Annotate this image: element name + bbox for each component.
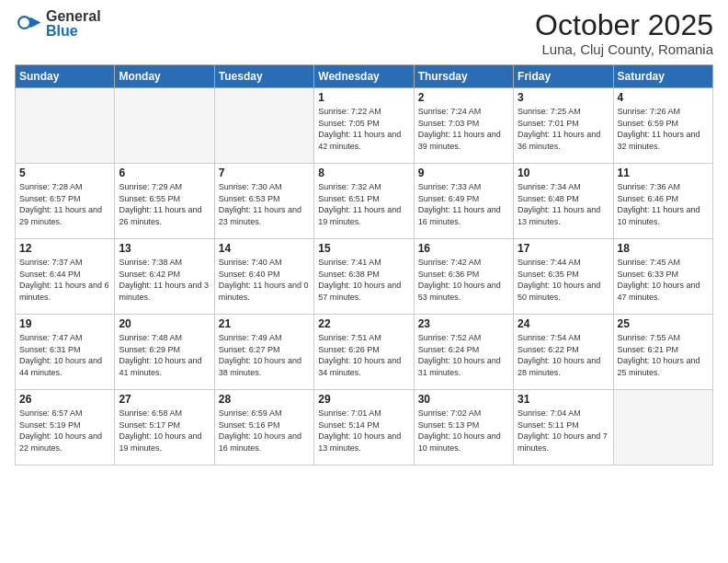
day-info: Sunrise: 7:42 AMSunset: 6:36 PMDaylight:…	[418, 257, 509, 303]
header-monday: Monday	[115, 65, 214, 88]
calendar-cell: 17Sunrise: 7:44 AMSunset: 6:35 PMDayligh…	[514, 239, 613, 315]
day-info: Sunrise: 7:30 AMSunset: 6:53 PMDaylight:…	[219, 181, 310, 227]
day-number: 10	[518, 167, 609, 179]
header-sunday: Sunday	[16, 65, 115, 88]
day-info: Sunrise: 7:29 AMSunset: 6:55 PMDaylight:…	[119, 181, 210, 227]
day-info: Sunrise: 7:34 AMSunset: 6:48 PMDaylight:…	[518, 181, 609, 227]
calendar-cell: 14Sunrise: 7:40 AMSunset: 6:40 PMDayligh…	[214, 239, 313, 315]
header-wednesday: Wednesday	[314, 65, 414, 88]
day-number: 9	[418, 167, 509, 179]
calendar-cell	[115, 88, 214, 164]
day-number: 4	[618, 91, 709, 104]
day-info: Sunrise: 7:04 AMSunset: 5:11 PMDaylight:…	[518, 408, 609, 454]
calendar-cell: 31Sunrise: 7:04 AMSunset: 5:11 PMDayligh…	[514, 390, 613, 465]
day-number: 7	[219, 167, 310, 179]
calendar-cell: 22Sunrise: 7:51 AMSunset: 6:26 PMDayligh…	[314, 315, 414, 390]
day-number: 20	[119, 317, 210, 330]
calendar-cell: 10Sunrise: 7:34 AMSunset: 6:48 PMDayligh…	[514, 164, 613, 239]
calendar-cell: 3Sunrise: 7:25 AMSunset: 7:01 PMDaylight…	[514, 88, 613, 164]
calendar-week-0: 1Sunrise: 7:22 AMSunset: 7:05 PMDaylight…	[16, 88, 713, 164]
calendar-cell: 18Sunrise: 7:45 AMSunset: 6:33 PMDayligh…	[613, 239, 712, 315]
calendar-week-4: 26Sunrise: 6:57 AMSunset: 5:19 PMDayligh…	[16, 390, 713, 465]
day-number: 21	[219, 317, 310, 330]
day-number: 11	[618, 167, 709, 179]
calendar-cell: 20Sunrise: 7:48 AMSunset: 6:29 PMDayligh…	[115, 315, 214, 390]
day-info: Sunrise: 7:28 AMSunset: 6:57 PMDaylight:…	[19, 181, 110, 227]
calendar-cell: 6Sunrise: 7:29 AMSunset: 6:55 PMDaylight…	[115, 164, 214, 239]
day-info: Sunrise: 7:36 AMSunset: 6:46 PMDaylight:…	[618, 181, 709, 227]
day-number: 25	[618, 317, 709, 330]
day-info: Sunrise: 7:32 AMSunset: 6:51 PMDaylight:…	[318, 181, 409, 227]
day-number: 29	[318, 393, 409, 406]
calendar-cell: 26Sunrise: 6:57 AMSunset: 5:19 PMDayligh…	[16, 390, 115, 465]
day-info: Sunrise: 7:37 AMSunset: 6:44 PMDaylight:…	[19, 257, 110, 303]
days-header-row: Sunday Monday Tuesday Wednesday Thursday…	[16, 65, 713, 88]
day-number: 30	[418, 393, 509, 406]
calendar-cell: 5Sunrise: 7:28 AMSunset: 6:57 PMDaylight…	[16, 164, 115, 239]
calendar-title: October 2025	[535, 9, 713, 41]
day-number: 14	[219, 242, 310, 255]
calendar-cell: 24Sunrise: 7:54 AMSunset: 6:22 PMDayligh…	[514, 315, 613, 390]
header: General Blue October 2025 Luna, Cluj Cou…	[15, 9, 713, 57]
day-number: 3	[518, 91, 609, 104]
calendar-cell: 8Sunrise: 7:32 AMSunset: 6:51 PMDaylight…	[314, 164, 414, 239]
day-number: 26	[19, 393, 110, 406]
calendar-cell	[613, 390, 712, 465]
logo-icon	[15, 10, 42, 38]
day-info: Sunrise: 7:54 AMSunset: 6:22 PMDaylight:…	[518, 332, 609, 378]
logo: General Blue	[15, 9, 101, 39]
header-tuesday: Tuesday	[214, 65, 313, 88]
day-info: Sunrise: 7:38 AMSunset: 6:42 PMDaylight:…	[119, 257, 210, 303]
day-info: Sunrise: 7:52 AMSunset: 6:24 PMDaylight:…	[418, 332, 509, 378]
calendar-cell: 1Sunrise: 7:22 AMSunset: 7:05 PMDaylight…	[314, 88, 414, 164]
day-info: Sunrise: 7:55 AMSunset: 6:21 PMDaylight:…	[618, 332, 709, 378]
day-number: 6	[119, 167, 210, 179]
day-info: Sunrise: 6:59 AMSunset: 5:16 PMDaylight:…	[219, 408, 310, 454]
header-saturday: Saturday	[613, 65, 712, 88]
day-info: Sunrise: 7:41 AMSunset: 6:38 PMDaylight:…	[318, 257, 409, 303]
day-number: 27	[119, 393, 210, 406]
day-info: Sunrise: 7:45 AMSunset: 6:33 PMDaylight:…	[618, 257, 709, 303]
day-info: Sunrise: 7:33 AMSunset: 6:49 PMDaylight:…	[418, 181, 509, 227]
day-info: Sunrise: 7:48 AMSunset: 6:29 PMDaylight:…	[119, 332, 210, 378]
calendar-week-2: 12Sunrise: 7:37 AMSunset: 6:44 PMDayligh…	[16, 239, 713, 315]
calendar-cell: 21Sunrise: 7:49 AMSunset: 6:27 PMDayligh…	[214, 315, 313, 390]
calendar-cell	[16, 88, 115, 164]
logo-text: General Blue	[46, 9, 101, 39]
calendar-cell: 12Sunrise: 7:37 AMSunset: 6:44 PMDayligh…	[16, 239, 115, 315]
calendar-cell: 15Sunrise: 7:41 AMSunset: 6:38 PMDayligh…	[314, 239, 414, 315]
day-info: Sunrise: 7:47 AMSunset: 6:31 PMDaylight:…	[19, 332, 110, 378]
day-info: Sunrise: 6:57 AMSunset: 5:19 PMDaylight:…	[19, 408, 110, 454]
day-info: Sunrise: 7:49 AMSunset: 6:27 PMDaylight:…	[219, 332, 310, 378]
header-friday: Friday	[514, 65, 613, 88]
day-info: Sunrise: 7:22 AMSunset: 7:05 PMDaylight:…	[318, 106, 409, 152]
calendar-cell: 30Sunrise: 7:02 AMSunset: 5:13 PMDayligh…	[414, 390, 513, 465]
day-number: 24	[518, 317, 609, 330]
day-number: 23	[418, 317, 509, 330]
day-info: Sunrise: 7:51 AMSunset: 6:26 PMDaylight:…	[318, 332, 409, 378]
title-block: October 2025 Luna, Cluj County, Romania	[535, 9, 713, 57]
calendar-week-3: 19Sunrise: 7:47 AMSunset: 6:31 PMDayligh…	[16, 315, 713, 390]
day-info: Sunrise: 7:01 AMSunset: 5:14 PMDaylight:…	[318, 408, 409, 454]
calendar-cell: 4Sunrise: 7:26 AMSunset: 6:59 PMDaylight…	[613, 88, 712, 164]
calendar-cell: 25Sunrise: 7:55 AMSunset: 6:21 PMDayligh…	[613, 315, 712, 390]
svg-point-1	[19, 17, 29, 28]
calendar-cell: 2Sunrise: 7:24 AMSunset: 7:03 PMDaylight…	[414, 88, 513, 164]
calendar-subtitle: Luna, Cluj County, Romania	[535, 41, 713, 57]
calendar-cell: 19Sunrise: 7:47 AMSunset: 6:31 PMDayligh…	[16, 315, 115, 390]
day-number: 5	[19, 167, 110, 179]
day-number: 2	[418, 91, 509, 104]
day-number: 17	[518, 242, 609, 255]
calendar-table: Sunday Monday Tuesday Wednesday Thursday…	[15, 64, 713, 465]
day-info: Sunrise: 7:25 AMSunset: 7:01 PMDaylight:…	[518, 106, 609, 152]
day-number: 16	[418, 242, 509, 255]
calendar-cell: 11Sunrise: 7:36 AMSunset: 6:46 PMDayligh…	[613, 164, 712, 239]
day-number: 1	[318, 91, 409, 104]
header-thursday: Thursday	[414, 65, 513, 88]
day-number: 28	[219, 393, 310, 406]
day-info: Sunrise: 7:26 AMSunset: 6:59 PMDaylight:…	[618, 106, 709, 152]
page: General Blue October 2025 Luna, Cluj Cou…	[0, 0, 728, 563]
day-info: Sunrise: 7:24 AMSunset: 7:03 PMDaylight:…	[418, 106, 509, 152]
calendar-cell: 13Sunrise: 7:38 AMSunset: 6:42 PMDayligh…	[115, 239, 214, 315]
day-number: 15	[318, 242, 409, 255]
